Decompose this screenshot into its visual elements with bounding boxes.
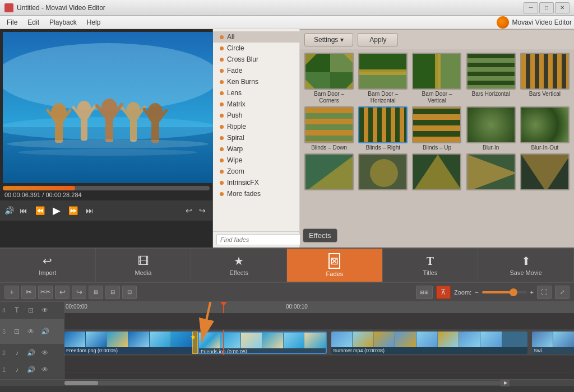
fade-blur-in[interactable]: Blur-In [465,106,517,151]
fade-blinds-right[interactable]: Blinds – Right [357,106,409,151]
tab-media-label: Media [135,269,152,276]
fade-blinds-up[interactable]: Blinds – Up [411,106,462,151]
add-track-button[interactable]: + [4,286,19,299]
list-item-lens[interactable]: Lens [213,87,299,99]
fade-barn-vertical[interactable]: Barn Door – Vertical [411,53,462,104]
track-1-vis-icon[interactable]: 👁 [39,363,51,376]
progress-bar[interactable] [3,186,210,190]
clip-friends[interactable]: Friends.jpg (0:00:05) [198,332,327,354]
scrollbar-thumb[interactable] [64,381,98,385]
next-frame-button[interactable]: ⏩ [66,205,80,216]
timeline-scrollbar[interactable]: ▶ [0,379,574,386]
cut-button[interactable]: ✂ [21,286,36,299]
fade-bars-vertical[interactable]: Bars Vertical [519,53,571,104]
track-1-vol-icon[interactable]: 🔊 [25,363,37,376]
fade-extra-5[interactable] [519,153,571,192]
settings-button[interactable]: Settings ▾ [304,33,353,46]
grid-view-button[interactable]: ⊞⊞ [416,286,433,299]
tl-btn-7[interactable]: ⊡ [122,286,137,299]
track-1-music-icon[interactable]: ♪ [11,363,23,376]
menu-playback[interactable]: Playback [45,17,81,27]
list-item-morefades[interactable]: More fades [213,188,299,199]
tab-import[interactable]: ↩ Import [0,249,96,282]
menu-file[interactable]: File [2,17,22,27]
fade-extra-1[interactable] [303,153,355,192]
tl-btn-6[interactable]: ⊟ [105,286,120,299]
list-item-matrix[interactable]: Matrix [213,99,299,110]
redo-button[interactable]: ↪ [197,205,208,216]
fade-bars-horizontal[interactable]: Bars Horizontal [465,53,517,104]
expand-button[interactable]: ⤢ [555,286,570,299]
tab-effects[interactable]: ★ Effects [191,249,287,282]
scissors-button[interactable]: ✂✂ [38,286,53,299]
track-2-vis-icon[interactable]: 👁 [39,347,51,359]
prev-frame-button[interactable]: ⏪ [33,205,47,216]
clip-swi-strip [532,332,574,347]
volume-icon[interactable]: 🔊 [4,206,14,215]
track-3-vis-icon[interactable]: 👁 [25,325,37,338]
undo-tl-button[interactable]: ↩ [55,286,70,299]
minimize-button[interactable]: ─ [524,2,538,13]
undo-button[interactable]: ↩ [183,205,195,216]
extra2-preview [359,155,408,190]
fade-blinds-down[interactable]: Blinds – Down [303,106,355,151]
settings-chevron-icon: ▾ [340,36,344,44]
timeline-content[interactable]: 00:00:00 00:00:10 [64,302,574,379]
fade-thumb-bars-horiz [466,53,516,90]
svg-rect-39 [435,54,441,90]
fit-view-button[interactable]: ⛶ [537,286,552,299]
list-item-wipe[interactable]: Wipe [213,155,299,166]
track-4-text-icon[interactable]: T [11,304,23,316]
list-item-circle[interactable]: Circle [213,43,299,54]
clip-swi[interactable]: Swi [532,332,574,354]
clip-frame-s1 [331,332,353,347]
filter-button[interactable]: ⊼ [436,286,451,299]
list-item-kenburns[interactable]: Ken Burns [213,76,299,87]
list-item-crossblur[interactable]: Cross Blur [213,54,299,65]
track-4-anim-icon[interactable]: ⊡ [25,304,37,316]
close-button[interactable]: ✕ [555,2,570,13]
menu-edit[interactable]: Edit [23,17,44,27]
fade-extra-2[interactable] [357,153,409,192]
list-item-fade[interactable]: Fade [213,65,299,76]
apply-button[interactable]: Apply [358,33,398,46]
menu-help[interactable]: Help [82,17,105,27]
fade-extra-3[interactable] [411,153,462,192]
fade-extra-4[interactable] [465,153,517,192]
fade-barn-corners[interactable]: Barn Door – Corners [303,53,355,104]
tab-fades[interactable]: ⊠ Fades [287,249,383,282]
bottom-tabs: ↩ Import 🎞 Media ★ Effects ⊠ Fades T [0,248,574,282]
zoom-handle[interactable] [510,288,517,296]
redo-tl-button[interactable]: ↪ [72,286,86,299]
list-item-all[interactable]: All [213,31,299,43]
clip-summer[interactable]: Summer.mp4 (0:00:08) [331,332,527,354]
list-item-intrinsicfx[interactable]: IntrinsicFX [213,177,299,188]
list-item-spiral[interactable]: Spiral [213,132,299,143]
tab-media[interactable]: 🎞 Media [96,249,192,282]
tab-save[interactable]: ⬆ Save Movie [478,249,574,282]
fade-barn-horizontal[interactable]: Barn Door – Horizontal [357,53,409,104]
track-2-music-icon[interactable]: ♪ [11,347,23,359]
find-fades-input[interactable] [216,234,302,245]
track-2-vol-icon[interactable]: 🔊 [25,347,37,359]
clip-freedom[interactable]: Freedom.png (0:00:05) [64,332,193,354]
scroll-right-button[interactable]: ▶ [501,380,510,386]
track-3-settings-icon[interactable]: ⊡ [11,325,23,338]
fade-blur-in-out[interactable]: Blur-In-Out [519,106,571,151]
tab-titles[interactable]: T Titles [383,249,479,282]
track-4-vis-icon[interactable]: 👁 [39,304,51,316]
list-item-zoom[interactable]: Zoom [213,166,299,177]
fades-grid-panel: Settings ▾ Apply [300,29,574,248]
play-button[interactable]: ▶ [50,203,63,218]
maximize-button[interactable]: □ [539,2,554,13]
track-3-vol-icon[interactable]: 🔊 [39,325,51,338]
transition-marker-1[interactable]: ★ [192,332,198,354]
skip-back-button[interactable]: ⏮ [17,205,30,216]
list-item-push[interactable]: Push [213,110,299,121]
tl-btn-5[interactable]: ⊞ [89,286,103,299]
list-item-warp[interactable]: Warp [213,143,299,155]
svg-point-16 [126,102,141,121]
zoom-slider[interactable] [482,291,527,293]
skip-fwd-button[interactable]: ⏭ [84,205,96,216]
list-item-ripple[interactable]: Ripple [213,121,299,132]
